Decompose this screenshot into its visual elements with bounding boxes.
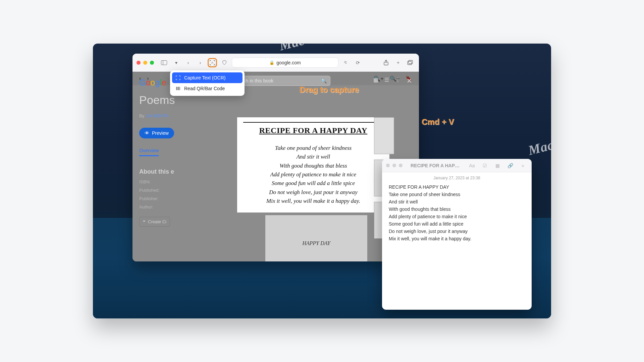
link-icon[interactable]: 🔗	[505, 161, 515, 170]
note-line: Add plenty of patience to make it nice	[389, 213, 525, 220]
more-icon[interactable]: ⋮	[395, 77, 400, 85]
meta-publisher: Publisher:	[139, 196, 216, 201]
menu-label: Read QR/Bar Code	[184, 86, 225, 91]
about-heading: About this e	[139, 168, 216, 175]
close-dot[interactable]	[137, 61, 141, 65]
close-dot[interactable]	[386, 164, 390, 167]
lock-icon: 🔒	[269, 60, 274, 65]
ocr-dropdown: Capture Text (OCR) Read QR/Bar Code	[170, 70, 245, 96]
ocr-capture-button[interactable]: A	[208, 58, 217, 67]
capture-region[interactable]: RECIPE FOR A HAPPY DAY Take one pound of…	[237, 117, 389, 213]
menu-label: Capture Text (OCR)	[184, 75, 225, 80]
zoom-dot[interactable]	[399, 164, 402, 167]
notes-date: January 27, 2023 at 23:38	[389, 176, 525, 180]
notes-title: RECIPE FOR A HAP…	[409, 163, 464, 168]
create-citation-button[interactable]: ❝Create Ci	[139, 217, 170, 227]
shield-icon[interactable]	[220, 58, 229, 67]
note-line: RECIPE FOR A HAPPY DAY	[389, 184, 525, 191]
meta-author: Author:	[139, 204, 216, 209]
desktop-stage: MacV.com MacV.com MacV.com ▾ ‹ › A	[93, 44, 551, 318]
watermark: MacV.com	[527, 128, 551, 159]
book-metadata: ISBN: Published: Publisher: Author:	[139, 179, 216, 209]
ocr-icon	[175, 75, 181, 80]
close-reader-icon[interactable]: ✕	[407, 77, 412, 85]
svg-rect-5	[408, 61, 412, 65]
svg-rect-4	[409, 60, 413, 64]
poem-line: Some good fun will add a little spice	[243, 179, 383, 188]
thumb[interactable]	[374, 117, 394, 154]
note-line: With good thoughts that bless	[389, 206, 525, 213]
back-icon[interactable]: ‹	[183, 58, 193, 67]
new-tab-icon[interactable]: ＋	[393, 58, 403, 67]
poem-line: Do not weigh love, just pour it anyway	[243, 188, 383, 197]
zoom-dot[interactable]	[150, 61, 154, 65]
tabs-icon[interactable]	[406, 58, 415, 67]
checklist-icon[interactable]: ☑	[480, 161, 489, 170]
svg-rect-0	[161, 60, 167, 65]
safari-body: ‹ › 🔍+ 🔍− 🔖 Google Bo Poems By J.M MEHTA	[132, 72, 419, 261]
notes-window: RECIPE FOR A HAP… Aa ☑ ▦ 🔗 » January 27,…	[382, 159, 532, 310]
google-books-sidebar: Google Bo Poems By J.M MEHTA 👁Preview Ov…	[132, 72, 223, 261]
search-in-book-input[interactable]: Search in this book 🔍	[230, 76, 330, 86]
note-line: Mix it well, you will make it a happy da…	[389, 235, 525, 242]
window-traffic-lights[interactable]	[137, 61, 154, 65]
author-link[interactable]: J.M MEHTA	[146, 113, 169, 118]
note-line: Take one pound of sheer kindness	[389, 191, 525, 198]
barcode-icon	[175, 86, 181, 91]
safari-toolbar: ▾ ‹ › A 🔒 google.com ⺀ ⟳ ＋	[132, 54, 419, 72]
note-line: And stir it well	[389, 198, 525, 205]
sidebar-toggle-icon[interactable]	[159, 58, 169, 67]
poem-line: Mix it well, you will make it a happy da…	[243, 197, 383, 205]
annotation-drag: Drag to capture	[300, 85, 359, 95]
minimize-dot[interactable]	[143, 61, 147, 65]
svg-text:A: A	[211, 61, 213, 64]
view-list-icon[interactable]: ☰	[384, 77, 389, 85]
tab-overview[interactable]: Overview	[139, 148, 159, 156]
poem-line: Add plenty of patience to make it nice	[243, 170, 383, 179]
more-icon[interactable]: »	[518, 161, 528, 170]
poem-line: And stir it well	[243, 153, 383, 161]
menu-read-barcode[interactable]: Read QR/Bar Code	[172, 83, 243, 94]
url-bar[interactable]: 🔒 google.com	[232, 58, 338, 68]
view-grid-icon[interactable]: ▦	[373, 77, 378, 85]
search-icon[interactable]: 🔍	[321, 78, 327, 83]
poem-line: Take one pound of sheer kindness	[243, 144, 383, 153]
notes-body[interactable]: January 27, 2023 at 23:38 RECIPE FOR A H…	[382, 172, 532, 249]
watermark: MacV.com	[278, 44, 341, 54]
font-icon[interactable]: Aa	[467, 161, 477, 170]
meta-published: Published:	[139, 188, 216, 193]
minimize-dot[interactable]	[392, 164, 396, 167]
annotation-cmdv: Cmd + V	[422, 117, 454, 127]
preview-button[interactable]: 👁Preview	[139, 128, 174, 138]
reload-icon[interactable]: ⟳	[353, 58, 363, 67]
note-line: Do not weigh love, just pour it anyway	[389, 228, 525, 235]
chevron-down-icon[interactable]: ▾	[171, 58, 181, 67]
book-byline: By J.M MEHTA	[139, 113, 216, 118]
poem-title: RECIPE FOR A HAPPY DAY	[243, 126, 383, 135]
poem-line: With good thoughts that bless	[243, 162, 383, 170]
forward-icon[interactable]: ›	[196, 58, 205, 67]
meta-isbn: ISBN:	[139, 179, 216, 184]
translate-icon[interactable]: ⺀	[341, 58, 351, 67]
notes-toolbar: RECIPE FOR A HAP… Aa ☑ ▦ 🔗 »	[382, 159, 532, 172]
url-host: google.com	[276, 60, 301, 65]
window-traffic-lights[interactable]	[386, 164, 402, 167]
book-illustration: HAPPY DAY	[265, 215, 367, 261]
note-line: Some good fun will add a little spice	[389, 221, 525, 228]
table-icon[interactable]: ▦	[493, 161, 502, 170]
menu-capture-text[interactable]: Capture Text (OCR)	[172, 72, 243, 83]
share-icon[interactable]	[381, 58, 391, 67]
